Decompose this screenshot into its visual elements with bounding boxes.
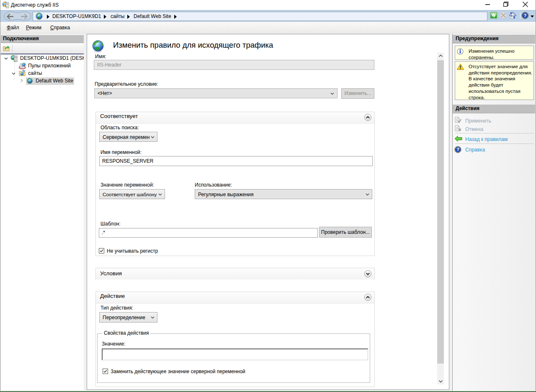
svg-text:?: ? (456, 147, 459, 152)
svg-text:?: ? (523, 13, 526, 18)
